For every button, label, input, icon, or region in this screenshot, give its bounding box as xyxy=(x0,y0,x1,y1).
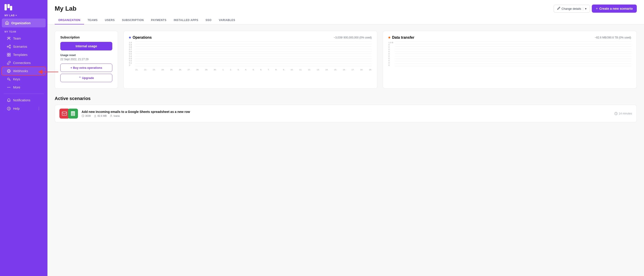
usage-reset-label: Usage reset xyxy=(60,54,112,57)
operations-y-labels: 1.0 0.9 0.8 0.7 0.6 0.5 0.4 0.3 0.2 0.1 … xyxy=(129,41,132,66)
operations-dot xyxy=(129,37,131,39)
stats-row: Subscription Internal usage Usage reset … xyxy=(55,31,637,89)
more-icon xyxy=(7,85,11,89)
sidebar-item-webhooks[interactable]: Webhooks xyxy=(2,67,46,75)
sidebar-item-help[interactable]: ? Help ⋮ xyxy=(2,104,46,113)
sidebar-item-notifications[interactable]: Notifications xyxy=(2,96,46,104)
data-transfer-line-svg xyxy=(395,41,631,71)
edit-icon xyxy=(557,7,560,11)
svg-rect-0 xyxy=(4,4,7,11)
main-content: My Lab Change details ▾ + Create a new s… xyxy=(48,0,644,276)
upgrade-button[interactable]: ⌃ Upgrade xyxy=(60,74,112,82)
data-transfer-chart: 1.0 B 0 0 0 0 0 0 0 0 0 0 xyxy=(388,41,631,71)
keys-icon xyxy=(7,77,11,81)
sidebar-item-scenarios[interactable]: Scenarios xyxy=(2,43,46,51)
tab-subscription[interactable]: SUBSCRIPTION xyxy=(118,16,147,25)
svg-point-20 xyxy=(8,87,8,88)
change-details-caret-icon: ▾ xyxy=(583,7,586,11)
sidebar-item-more[interactable]: More xyxy=(2,83,46,91)
team-icon xyxy=(7,37,11,41)
tab-sso[interactable]: SSO xyxy=(202,16,215,25)
logo-mark xyxy=(4,4,12,11)
plus-icon: + xyxy=(596,7,598,11)
scenario-time: 14 minutes xyxy=(614,112,632,115)
data-transfer-title: Data transfer xyxy=(392,36,414,40)
navigation-tabs: ORGANIZATION TEAMS USERS SUBSCRIPTION PA… xyxy=(55,16,637,24)
scenario-list-item: Add new incoming emails to a Google Shee… xyxy=(55,105,637,122)
tab-organization[interactable]: ORGANIZATION xyxy=(55,16,84,25)
scenario-data: 82.6 MB xyxy=(94,114,107,117)
usage-reset-date: 22 Sept 2022, 21:27:29 xyxy=(60,58,112,61)
operations-chart-card: Operations ~3,039/ 800,000,000 (0% used)… xyxy=(124,31,377,89)
scenario-app-icons xyxy=(60,109,78,119)
svg-point-9 xyxy=(10,47,10,48)
operations-line-svg xyxy=(135,41,372,71)
svg-rect-15 xyxy=(9,55,10,56)
create-scenario-button[interactable]: + Create a new scenario xyxy=(592,5,637,13)
sidebar-item-templates[interactable]: Templates xyxy=(2,51,46,59)
scenario-name: Add new incoming emails to a Google Shee… xyxy=(82,110,611,114)
sidebar-item-connections[interactable]: Connections xyxy=(2,59,46,67)
subscription-card: Subscription Internal usage Usage reset … xyxy=(55,31,118,89)
data-transfer-y-labels: 1.0 B 0 0 0 0 0 0 0 0 0 0 xyxy=(388,41,393,66)
svg-line-10 xyxy=(8,46,10,46)
notifications-icon xyxy=(7,98,11,102)
tab-variables[interactable]: VARIABLES xyxy=(215,16,239,25)
content-area: Subscription Internal usage Usage reset … xyxy=(48,25,644,276)
svg-rect-55 xyxy=(62,112,67,115)
sidebar: MY LAB ▾ Organization MY TEAM Team xyxy=(0,0,48,276)
scenario-meta: 3039 82.6 MB Ivana xyxy=(82,114,611,117)
tab-installed-apps[interactable]: INSTALLED APPS xyxy=(170,16,202,25)
header-actions: Change details ▾ + Create a new scenario xyxy=(554,5,637,13)
sheets-app-icon xyxy=(68,109,78,119)
home-icon xyxy=(5,21,9,25)
help-icon: ? xyxy=(7,107,11,111)
operations-stat: ~3,039/ 800,000,000 (0% used) xyxy=(334,36,372,39)
tab-users[interactable]: USERS xyxy=(101,16,118,25)
svg-rect-13 xyxy=(9,53,10,55)
scenario-ops: 3039 xyxy=(82,114,90,117)
tab-teams[interactable]: TEAMS xyxy=(84,16,101,25)
active-scenarios-section: Active scenarios xyxy=(55,96,637,122)
sidebar-item-team[interactable]: Team xyxy=(2,34,46,43)
active-scenarios-title: Active scenarios xyxy=(55,96,637,101)
svg-rect-14 xyxy=(7,55,8,56)
svg-rect-2 xyxy=(10,6,12,11)
buy-extra-operations-button[interactable]: + Buy extra operations xyxy=(60,64,112,72)
svg-rect-56 xyxy=(71,111,75,116)
scenarios-icon xyxy=(7,45,11,49)
operations-chart: 1.0 0.9 0.8 0.7 0.6 0.5 0.4 0.3 0.2 0.1 … xyxy=(129,41,372,71)
scenario-user: Ivana xyxy=(110,114,120,117)
svg-rect-1 xyxy=(8,4,10,8)
webhooks-icon xyxy=(7,69,11,73)
templates-icon xyxy=(7,53,11,57)
svg-point-4 xyxy=(8,37,10,39)
data-transfer-dot xyxy=(388,37,390,39)
internal-usage-button[interactable]: Internal usage xyxy=(60,42,112,51)
subscription-title: Subscription xyxy=(60,36,112,39)
sidebar-item-keys[interactable]: Keys xyxy=(2,75,46,83)
scenario-info: Add new incoming emails to a Google Shee… xyxy=(82,110,611,117)
logo xyxy=(0,0,48,14)
svg-rect-12 xyxy=(7,53,8,55)
sidebar-item-organization[interactable]: Organization xyxy=(2,19,46,27)
svg-point-21 xyxy=(8,87,9,88)
tab-payments[interactable]: PAYMENTS xyxy=(147,16,170,25)
svg-line-11 xyxy=(8,47,10,48)
header: My Lab Change details ▾ + Create a new s… xyxy=(48,0,644,25)
connections-icon xyxy=(7,61,11,65)
data-transfer-chart-card: Data transfer ~82.6 MB/390.6 TB (0% used… xyxy=(383,31,637,89)
page-title: My Lab xyxy=(55,5,76,12)
svg-point-7 xyxy=(7,46,8,47)
data-transfer-stat: ~82.6 MB/390.6 TB (0% used) xyxy=(594,36,631,39)
help-menu-icon: ⋮ xyxy=(37,106,41,111)
my-lab-dropdown[interactable]: MY LAB ▾ xyxy=(0,14,48,19)
svg-point-8 xyxy=(10,45,10,46)
operations-chart-title: Operations xyxy=(133,36,152,40)
change-details-button[interactable]: Change details ▾ xyxy=(554,5,590,13)
svg-text:?: ? xyxy=(8,107,10,110)
svg-point-64 xyxy=(111,115,112,116)
svg-point-22 xyxy=(10,87,10,88)
svg-rect-3 xyxy=(6,23,8,25)
dropdown-caret-icon: ▾ xyxy=(16,14,17,17)
